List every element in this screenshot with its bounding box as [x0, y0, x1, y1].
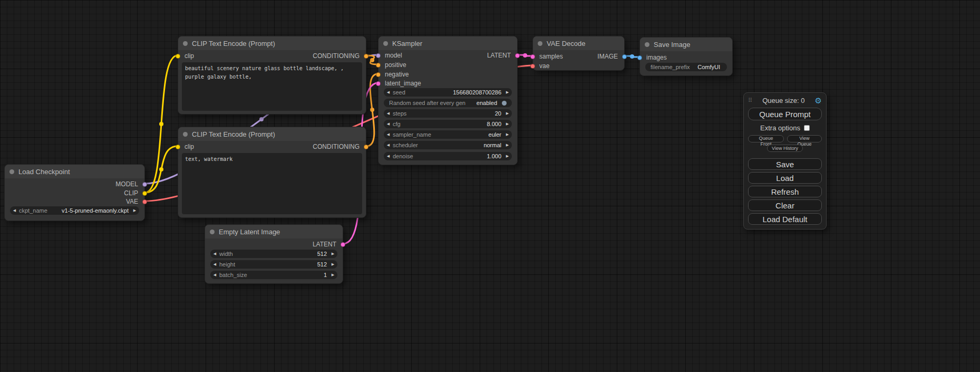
vae-slot-dot[interactable] — [530, 64, 535, 69]
load-button[interactable]: Load — [748, 172, 822, 184]
decrement-arrow-icon[interactable]: ◀ — [384, 109, 393, 118]
decrement-arrow-icon[interactable]: ◀ — [210, 260, 219, 269]
increment-arrow-icon[interactable]: ▶ — [503, 109, 512, 118]
output-slot-vae: VAE — [5, 197, 144, 206]
save-button[interactable]: Save — [748, 158, 822, 170]
input-slot-vae: vae — [533, 62, 624, 70]
denoise-widget[interactable]: ◀ denoise 1.000 ▶ — [384, 152, 512, 160]
queue-size-label: Queue size: 0 — [752, 97, 814, 104]
node-vae-decode[interactable]: VAE Decode samples vae IMAGE — [532, 36, 625, 71]
latent-slot-dot[interactable] — [515, 53, 520, 58]
height-widget[interactable]: ◀ height 512 ▶ — [210, 260, 337, 269]
slot-label: negative — [379, 71, 409, 78]
slot-label: CONDITIONING — [313, 52, 366, 60]
decrement-arrow-icon[interactable]: ◀ — [10, 206, 19, 215]
conditioning-slot-dot[interactable] — [364, 145, 368, 149]
slot-label: IMAGE — [597, 53, 624, 60]
image-slot-dot[interactable] — [637, 55, 642, 60]
refresh-button[interactable]: Refresh — [748, 186, 822, 197]
collapse-dot-icon[interactable] — [210, 230, 215, 234]
slot-label: LATENT — [313, 241, 343, 248]
prompt-text-area[interactable]: text, watermark — [182, 153, 362, 214]
increment-arrow-icon[interactable]: ▶ — [503, 130, 512, 139]
node-title-bar[interactable]: Empty Latent Image — [205, 225, 343, 239]
load-default-button[interactable]: Load Default — [748, 213, 822, 225]
extra-options-checkbox[interactable] — [804, 125, 810, 131]
slot-label: VAE — [126, 198, 144, 205]
node-empty-latent-image[interactable]: Empty Latent Image LATENT ◀ width 512 ▶ … — [205, 224, 343, 284]
node-title-bar[interactable]: CLIP Text Encode (Prompt) — [178, 36, 366, 50]
latent-slot-dot[interactable] — [341, 242, 345, 247]
latent-slot-dot[interactable] — [376, 81, 381, 86]
collapse-dot-icon[interactable] — [645, 42, 649, 47]
collapse-dot-icon[interactable] — [383, 41, 388, 46]
increment-arrow-icon[interactable]: ▶ — [503, 141, 512, 149]
decrement-arrow-icon[interactable]: ◀ — [384, 120, 393, 128]
node-ksampler[interactable]: KSampler model positive negative latent_… — [378, 36, 518, 165]
settings-gear-icon[interactable]: ⚙ — [815, 97, 822, 104]
widget-value: 8.000 — [401, 121, 503, 127]
node-title-bar[interactable]: Load Checkpoint — [5, 165, 144, 178]
conditioning-slot-dot[interactable] — [376, 72, 381, 77]
clip-slot-dot[interactable] — [142, 191, 147, 196]
widget-label: steps — [393, 110, 406, 117]
seed-widget[interactable]: ◀ seed 156680208700286 ▶ — [384, 88, 512, 97]
link-midpoint-dot — [630, 54, 634, 59]
drag-handle-icon[interactable]: ⠿ — [748, 98, 752, 103]
link-midpoint-dot — [259, 117, 264, 121]
node-graph-canvas[interactable]: Load Checkpoint MODEL CLIP VAE ◀ ckpt_na… — [0, 0, 980, 372]
ckpt-name-widget[interactable]: ◀ ckpt_name v1-5-pruned-emaonly.ckpt ▶ — [10, 206, 139, 215]
queue-front-button[interactable]: Queue Front — [748, 135, 784, 142]
queue-prompt-button[interactable]: Queue Prompt — [748, 108, 822, 120]
width-widget[interactable]: ◀ width 512 ▶ — [210, 250, 337, 258]
node-title-bar[interactable]: CLIP Text Encode (Prompt) — [178, 127, 366, 141]
decrement-arrow-icon[interactable]: ◀ — [384, 152, 393, 160]
sampler-name-widget[interactable]: ◀ sampler_name euler ▶ — [384, 130, 512, 139]
decrement-arrow-icon[interactable]: ◀ — [210, 271, 219, 279]
increment-arrow-icon[interactable]: ▶ — [503, 152, 512, 160]
decrement-arrow-icon[interactable]: ◀ — [384, 88, 393, 97]
slot-label: positive — [379, 61, 406, 69]
output-slot-image: IMAGE — [533, 52, 624, 61]
node-title-bar[interactable]: Save Image — [640, 37, 732, 51]
view-queue-button[interactable]: View Queue — [787, 135, 822, 142]
vae-slot-dot[interactable] — [142, 199, 147, 204]
node-save-image[interactable]: Save Image images filename_prefix ComfyU… — [639, 37, 733, 76]
node-title-bar[interactable]: KSampler — [379, 36, 517, 50]
view-history-button[interactable]: View History — [767, 145, 803, 152]
image-slot-dot[interactable] — [622, 54, 627, 59]
steps-widget[interactable]: ◀ steps 20 ▶ — [384, 109, 512, 118]
batch-size-widget[interactable]: ◀ batch_size 1 ▶ — [210, 271, 337, 279]
prompt-text-area[interactable]: beautiful scenery nature glass bottle la… — [182, 62, 362, 111]
widget-value: v1-5-pruned-emaonly.ckpt — [47, 207, 130, 214]
increment-arrow-icon[interactable]: ▶ — [328, 250, 337, 258]
increment-arrow-icon[interactable]: ▶ — [328, 260, 337, 269]
node-clip-text-encode-positive[interactable]: CLIP Text Encode (Prompt) clip CONDITION… — [178, 36, 366, 115]
scheduler-widget[interactable]: ◀ scheduler normal ▶ — [384, 141, 512, 149]
conditioning-slot-dot[interactable] — [364, 54, 368, 59]
collapse-dot-icon[interactable] — [183, 41, 188, 46]
decrement-arrow-icon[interactable]: ◀ — [210, 250, 219, 258]
increment-arrow-icon[interactable]: ▶ — [503, 88, 512, 97]
collapse-dot-icon[interactable] — [183, 132, 188, 137]
node-clip-text-encode-negative[interactable]: CLIP Text Encode (Prompt) clip CONDITION… — [178, 127, 366, 218]
node-title-bar[interactable]: VAE Decode — [533, 36, 624, 50]
clear-button[interactable]: Clear — [748, 199, 822, 211]
node-title: CLIP Text Encode (Prompt) — [192, 130, 275, 138]
cfg-widget[interactable]: ◀ cfg 8.000 ▶ — [384, 120, 512, 128]
random-seed-toggle[interactable]: Random seed after every gen enabled — [384, 99, 512, 107]
decrement-arrow-icon[interactable]: ◀ — [384, 130, 393, 139]
collapse-dot-icon[interactable] — [9, 169, 14, 174]
node-title: CLIP Text Encode (Prompt) — [192, 40, 275, 47]
model-slot-dot[interactable] — [142, 182, 147, 187]
conditioning-slot-dot[interactable] — [376, 63, 381, 68]
output-slot-latent: LATENT — [205, 240, 343, 249]
collapse-dot-icon[interactable] — [538, 41, 542, 46]
increment-arrow-icon[interactable]: ▶ — [503, 120, 512, 128]
node-load-checkpoint[interactable]: Load Checkpoint MODEL CLIP VAE ◀ ckpt_na… — [4, 164, 145, 221]
increment-arrow-icon[interactable]: ▶ — [328, 271, 337, 279]
filename-prefix-widget[interactable]: filename_prefix ComfyUI — [645, 63, 727, 71]
toggle-dot[interactable] — [502, 101, 507, 106]
decrement-arrow-icon[interactable]: ◀ — [384, 141, 393, 149]
increment-arrow-icon[interactable]: ▶ — [130, 206, 139, 215]
